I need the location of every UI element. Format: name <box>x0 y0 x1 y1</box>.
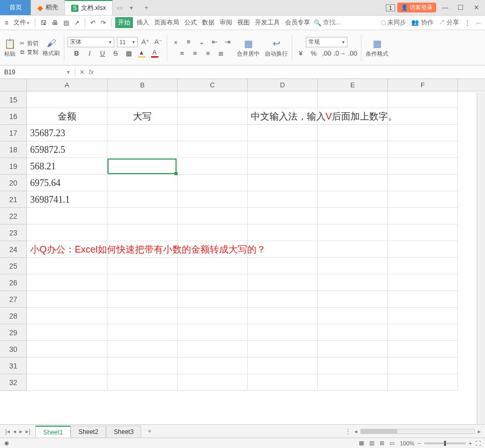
cell-E21[interactable] <box>318 191 388 208</box>
vertical-scrollbar[interactable] <box>477 93 485 424</box>
cell-B27[interactable] <box>107 291 178 308</box>
cell-B19[interactable] <box>107 158 178 175</box>
font-name-select[interactable]: 宋体▾ <box>68 37 114 47</box>
inc-decimal-icon[interactable]: .0→ <box>334 48 345 59</box>
cell-C15[interactable] <box>178 91 248 108</box>
cell-A22[interactable] <box>27 208 107 225</box>
cell-A16[interactable]: 金额 <box>27 108 107 125</box>
cell-E22[interactable] <box>318 208 388 225</box>
cell-C27[interactable] <box>178 291 248 308</box>
row-header-32[interactable]: 32 <box>0 374 27 391</box>
cancel-fx-icon[interactable]: ✕ <box>79 69 85 76</box>
export-icon[interactable]: ↗ <box>73 18 81 28</box>
copy-button[interactable]: ⧉ 复制 <box>20 48 38 56</box>
row-header-20[interactable]: 20 <box>0 175 27 191</box>
collapse-ribbon-icon[interactable]: ︿ <box>476 18 482 27</box>
menu-insert[interactable]: 插入 <box>135 17 151 28</box>
number-format-select[interactable]: 常规▾ <box>306 37 347 47</box>
row-header-31[interactable]: 31 <box>0 358 27 374</box>
cell-B29[interactable] <box>107 324 178 341</box>
cell-E28[interactable] <box>318 308 388 324</box>
sheet-tab-1[interactable]: Sheet1 <box>35 426 71 438</box>
cell-A27[interactable] <box>27 291 107 308</box>
cell-B26[interactable] <box>107 274 178 291</box>
row-header-23[interactable]: 23 <box>0 225 27 241</box>
cell-F26[interactable] <box>388 274 458 291</box>
cell-E24[interactable] <box>318 241 388 258</box>
italic-button[interactable]: I <box>85 48 95 59</box>
menu-review[interactable]: 审阅 <box>218 17 234 28</box>
print-icon[interactable]: 🖶 <box>50 18 60 28</box>
cell-C29[interactable] <box>178 324 248 341</box>
sheet-first-icon[interactable]: |◂ <box>5 428 10 435</box>
fx-icon[interactable]: fx <box>89 69 93 76</box>
view-break-icon[interactable]: ⊞ <box>380 440 384 446</box>
menu-start[interactable]: 开始 <box>115 17 133 28</box>
menu-page-layout[interactable]: 页面布局 <box>153 17 181 28</box>
undo-icon[interactable]: ↶ <box>89 18 97 28</box>
tab-dropdown-icon[interactable]: ▾ <box>130 4 133 11</box>
row-header-26[interactable]: 26 <box>0 274 27 291</box>
sheet-tab-3[interactable]: Sheet3 <box>106 426 141 438</box>
cell-A26[interactable] <box>27 274 107 291</box>
redo-icon[interactable]: ↷ <box>99 18 107 28</box>
cell-A23[interactable] <box>27 225 107 241</box>
col-header-F[interactable]: F <box>388 79 458 91</box>
row-header-16[interactable]: 16 <box>0 108 27 125</box>
cell-C30[interactable] <box>178 341 248 358</box>
cell-D28[interactable] <box>248 308 318 324</box>
cell-C21[interactable] <box>178 191 248 208</box>
cell-F19[interactable] <box>388 158 458 175</box>
cell-D15[interactable] <box>248 91 318 108</box>
cell-D22[interactable] <box>248 208 318 225</box>
cell-C20[interactable] <box>178 175 248 191</box>
row-header-28[interactable]: 28 <box>0 308 27 324</box>
tab-add[interactable]: ＋ <box>137 0 156 15</box>
align-bottom-icon[interactable]: ⌄ <box>196 37 207 47</box>
merge-center-button[interactable]: ▦ 合并居中 <box>236 37 261 59</box>
cell-F30[interactable] <box>388 341 458 358</box>
more-icon[interactable]: ⋮ <box>464 19 470 27</box>
cell-B22[interactable] <box>107 208 178 225</box>
menu-data[interactable]: 数据 <box>200 17 216 28</box>
fullscreen-icon[interactable]: ⛶ <box>475 440 481 446</box>
sheet-prev-icon[interactable]: ◂ <box>13 428 16 435</box>
cell-B23[interactable] <box>107 225 178 241</box>
cell-F17[interactable] <box>388 125 458 141</box>
add-sheet-button[interactable]: ＋ <box>141 427 158 436</box>
cell-C26[interactable] <box>178 274 248 291</box>
percent-icon[interactable]: % <box>308 48 319 59</box>
cell-F29[interactable] <box>388 324 458 341</box>
cell-C25[interactable] <box>178 258 248 274</box>
cell-E19[interactable] <box>318 158 388 175</box>
cell-E31[interactable] <box>318 358 388 374</box>
wrap-text-button[interactable]: ↩ 自动换行 <box>264 37 289 59</box>
row-header-22[interactable]: 22 <box>0 208 27 225</box>
menu-member[interactable]: 会员专享 <box>284 17 312 28</box>
cell-E26[interactable] <box>318 274 388 291</box>
bold-button[interactable]: B <box>72 48 82 59</box>
sheet-next-icon[interactable]: ▸ <box>19 428 22 435</box>
cond-format-button[interactable]: ▦ 条件格式 <box>365 37 389 59</box>
cell-E25[interactable] <box>318 258 388 274</box>
cell-E17[interactable] <box>318 125 388 141</box>
minimize-button[interactable]: — <box>438 4 452 11</box>
spreadsheet-grid[interactable]: A B C D E F 1516金额大写中文输入法，输入V后面加上数字。1735… <box>0 79 485 391</box>
cell-D32[interactable] <box>248 374 318 391</box>
guest-login-button[interactable]: 👤 访客登录 <box>397 3 436 12</box>
cell-D27[interactable] <box>248 291 318 308</box>
row-header-21[interactable]: 21 <box>0 191 27 208</box>
cell-B20[interactable] <box>107 175 178 191</box>
cell-A25[interactable] <box>27 258 107 274</box>
row-header-15[interactable]: 15 <box>0 91 27 108</box>
zoom-out-icon[interactable]: − <box>417 440 421 446</box>
view-normal-icon[interactable]: ▦ <box>359 440 364 446</box>
sheet-tab-2[interactable]: Sheet2 <box>71 426 106 438</box>
cell-F28[interactable] <box>388 308 458 324</box>
cell-F20[interactable] <box>388 175 458 191</box>
row-header-25[interactable]: 25 <box>0 258 27 274</box>
hamburger-icon[interactable]: ≡ <box>3 18 10 28</box>
cell-D18[interactable] <box>248 141 318 158</box>
indent-left-icon[interactable]: ⇤ <box>209 37 220 47</box>
cell-E18[interactable] <box>318 141 388 158</box>
